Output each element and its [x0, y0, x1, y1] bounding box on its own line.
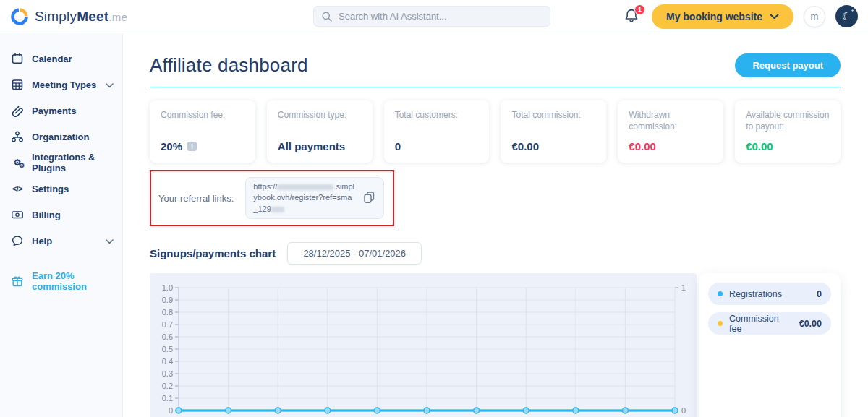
stat-label: Total customers: [395, 110, 479, 121]
meeting-types-icon [11, 78, 24, 91]
stats-row: Commission fee: 20%i Commission type: Al… [150, 100, 841, 163]
commission-fee-dot-icon [718, 321, 723, 326]
stat-label: Commission type: [278, 110, 362, 121]
sidebar-item-billing[interactable]: Billing [0, 202, 122, 228]
stat-card-commission-fee: Commission fee: 20%i [150, 100, 255, 163]
booking-button-label: My booking website [666, 11, 762, 22]
legend-value: €0.00 [799, 319, 822, 329]
calendar-icon [11, 52, 24, 65]
svg-text:0: 0 [169, 406, 173, 415]
date-range-input[interactable] [287, 242, 422, 265]
dark-mode-toggle[interactable]: ☾ + [835, 5, 858, 27]
org-chart-icon [11, 130, 24, 143]
stat-label: Total commission: [511, 110, 595, 121]
chat-bubble-icon [11, 234, 24, 247]
copy-link-button[interactable] [361, 189, 378, 207]
svg-text:0.1: 0.1 [162, 394, 173, 403]
stat-value: 0 [395, 140, 401, 152]
stat-card-commission-type: Commission type: All payments [267, 100, 373, 163]
svg-text:1.0: 1.0 [162, 283, 173, 292]
moon-icon: ☾ [842, 10, 851, 22]
sidebar-label: Calendar [32, 53, 72, 64]
title-divider [150, 87, 841, 87]
sidebar-label: Organization [32, 132, 89, 142]
stat-value: €0.00 [746, 140, 773, 152]
chart-legend-card: Registrations 0 Commission fee €0.00 [699, 273, 841, 417]
legend-label: Commission fee [729, 314, 793, 334]
search-input[interactable] [339, 11, 542, 22]
app-logo[interactable]: SimplyMeet.me [10, 7, 127, 26]
svg-text:0: 0 [681, 406, 686, 415]
svg-text:0.9: 0.9 [162, 296, 173, 304]
user-avatar[interactable]: m [804, 6, 825, 27]
request-payout-button[interactable]: Request payout [735, 53, 841, 77]
svg-text:0.7: 0.7 [162, 320, 173, 329]
code-brackets-icon: </> [11, 182, 24, 195]
sidebar-item-settings[interactable]: </> Settings [0, 176, 122, 202]
legend-label: Registrations [729, 289, 782, 299]
notification-badge: 1 [634, 4, 645, 15]
referral-links-label: Your referral links: [158, 193, 234, 204]
svg-text:0.8: 0.8 [162, 308, 173, 317]
chevron-down-icon [106, 79, 114, 90]
sidebar-item-organization[interactable]: Organization [0, 124, 122, 150]
chevron-down-icon [770, 14, 779, 20]
legend-registrations[interactable]: Registrations 0 [708, 283, 831, 305]
copy-icon [362, 190, 376, 204]
sidebar-label: Integrations & Plugins [32, 152, 114, 173]
sidebar-item-help[interactable]: Help [0, 228, 122, 254]
sidebar-item-payments[interactable]: Payments [0, 98, 122, 124]
svg-text:0.2: 0.2 [162, 382, 173, 390]
gears-icon: ⚙⚙ [11, 156, 24, 169]
top-bar: SimplyMeet.me 1 My booking website m ☾ + [0, 0, 868, 33]
svg-text:0.3: 0.3 [162, 369, 173, 378]
stat-label: Available commission to payout: [746, 110, 830, 132]
sidebar-label: Help [32, 236, 52, 246]
sidebar-label: Earn 20% commission [32, 270, 114, 292]
banknote-icon [11, 208, 24, 221]
legend-commission-fee[interactable]: Commission fee €0.00 [708, 312, 831, 335]
paperclip-icon [11, 104, 24, 117]
sidebar-label: Settings [32, 184, 69, 194]
stat-card-total-commission: Total commission: €0.00 [501, 100, 606, 163]
stat-value: €0.00 [511, 140, 539, 152]
chevron-down-icon [106, 236, 114, 246]
referral-url-text: https://.simplybook.ovh/register?ref=sma… [253, 181, 355, 215]
ai-search[interactable] [313, 6, 550, 27]
referral-url-box[interactable]: https://.simplybook.ovh/register?ref=sma… [245, 177, 384, 219]
sidebar-item-meeting-types[interactable]: Meeting Types [0, 72, 122, 98]
logo-icon [10, 7, 29, 26]
brand-name: SimplyMeet.me [35, 9, 127, 25]
main-content: Affiliate dashboard Request payout Commi… [123, 33, 868, 417]
my-booking-website-button[interactable]: My booking website [652, 4, 793, 29]
notifications-button[interactable]: 1 [623, 7, 642, 26]
svg-text:0.4: 0.4 [162, 357, 173, 366]
redacted-ref-id [271, 207, 284, 212]
stat-label: Commission fee: [161, 110, 244, 121]
page-title: Affiliate dashboard [150, 54, 308, 77]
signups-payments-chart[interactable]: 00.10.20.30.40.50.60.70.80.91.010Dec 28,… [150, 273, 697, 417]
legend-value: 0 [817, 289, 822, 299]
registrations-dot-icon [718, 291, 723, 296]
plus-sparkle-icon: + [851, 7, 854, 14]
sidebar-item-calendar[interactable]: Calendar [0, 46, 122, 72]
stat-card-withdrawn-commission: Withdrawn commission: €0.00 [618, 100, 723, 163]
sidebar-item-earn-commission[interactable]: Earn 20% commission [0, 268, 122, 294]
chart-title: Signups/payments chart [150, 247, 276, 259]
gift-icon [11, 275, 24, 288]
stat-card-total-customers: Total customers: 0 [384, 100, 490, 163]
search-icon [321, 11, 333, 22]
sidebar-label: Meeting Types [32, 79, 96, 90]
stat-value: €0.00 [629, 140, 656, 152]
sidebar-item-integrations-plugins[interactable]: ⚙⚙ Integrations & Plugins [0, 150, 122, 176]
stat-value: All payments [278, 140, 345, 152]
stat-value: 20% [161, 140, 182, 152]
info-icon[interactable]: i [187, 142, 197, 151]
svg-text:1: 1 [681, 283, 686, 292]
stat-label: Withdrawn commission: [629, 110, 712, 132]
svg-text:0.6: 0.6 [162, 332, 173, 341]
redacted-subdomain [277, 184, 333, 190]
sidebar: Calendar Meeting Types Payments Organiza… [0, 33, 123, 417]
referral-links-highlight: Your referral links: https://.simplybook… [150, 170, 394, 226]
sidebar-label: Billing [32, 210, 61, 220]
